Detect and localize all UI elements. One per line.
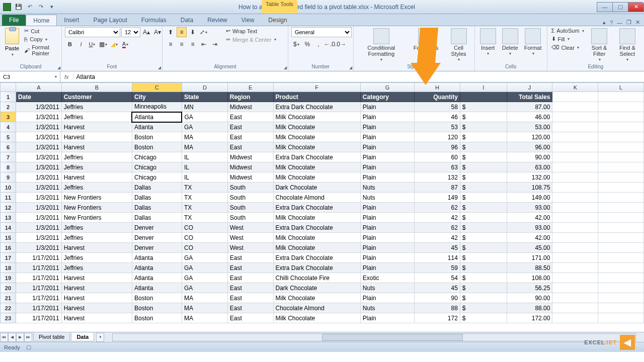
- data-cell[interactable]: 1/3/2011: [16, 152, 61, 162]
- col-header-J[interactable]: J: [507, 83, 552, 92]
- empty-cell[interactable]: [552, 122, 598, 132]
- data-cell[interactable]: Plain: [360, 253, 414, 263]
- empty-cell[interactable]: [598, 213, 644, 223]
- data-cell[interactable]: East: [227, 122, 273, 132]
- data-cell[interactable]: 172.00: [507, 313, 552, 323]
- data-cell[interactable]: Atlanta: [132, 263, 182, 273]
- data-cell[interactable]: Nuts: [360, 303, 414, 313]
- data-cell[interactable]: Dark Chocolate: [273, 183, 360, 193]
- data-cell[interactable]: 1/3/2011: [16, 142, 61, 152]
- col-header-B[interactable]: B: [61, 83, 132, 92]
- table-header-cell[interactable]: State: [182, 92, 227, 102]
- fx-icon[interactable]: fx: [60, 74, 73, 80]
- data-cell[interactable]: GA: [182, 253, 227, 263]
- col-header-F[interactable]: F: [273, 83, 360, 92]
- data-cell[interactable]: Atlanta: [132, 112, 182, 122]
- format-as-table-button[interactable]: Format as Table▾: [408, 27, 444, 63]
- data-cell[interactable]: IL: [182, 152, 227, 162]
- data-cell[interactable]: Chocolate Almond: [273, 193, 360, 203]
- empty-cell[interactable]: [552, 243, 598, 253]
- data-cell[interactable]: Exotic: [360, 273, 414, 283]
- data-cell[interactable]: Plain: [360, 223, 414, 233]
- data-cell[interactable]: Harvest: [61, 283, 132, 293]
- table-header-cell[interactable]: City: [132, 92, 182, 102]
- border-button[interactable]: ▦▾: [98, 39, 108, 49]
- data-cell[interactable]: 1/3/2011: [16, 162, 61, 172]
- merge-center-button[interactable]: ⬌Merge & Center▾: [225, 36, 277, 43]
- new-sheet-icon[interactable]: ✦: [96, 333, 104, 342]
- data-cell[interactable]: $: [460, 243, 507, 253]
- data-cell[interactable]: Harvest: [61, 293, 132, 303]
- data-cell[interactable]: Jeffries: [61, 223, 132, 233]
- data-cell[interactable]: TX: [182, 213, 227, 223]
- scrollbar-thumb[interactable]: [322, 334, 463, 341]
- row-header-11[interactable]: 11: [1, 193, 16, 203]
- data-cell[interactable]: Extra Dark Chocolate: [273, 102, 360, 112]
- data-cell[interactable]: 88: [415, 303, 460, 313]
- data-cell[interactable]: 171.00: [507, 253, 552, 263]
- data-cell[interactable]: Boston: [132, 313, 182, 323]
- data-cell[interactable]: Boston: [132, 142, 182, 152]
- row-header-21[interactable]: 21: [1, 293, 16, 303]
- data-cell[interactable]: East: [227, 313, 273, 323]
- data-cell[interactable]: TX: [182, 203, 227, 213]
- data-cell[interactable]: Boston: [132, 132, 182, 142]
- data-cell[interactable]: Jeffries: [61, 183, 132, 193]
- row-header-22[interactable]: 22: [1, 303, 16, 313]
- empty-cell[interactable]: [598, 162, 644, 172]
- first-sheet-icon[interactable]: ⏮: [0, 333, 8, 342]
- align-center-icon[interactable]: ≡: [177, 39, 187, 49]
- data-cell[interactable]: 58: [415, 102, 460, 112]
- file-tab[interactable]: File: [2, 15, 26, 26]
- data-cell[interactable]: Milk Chocolate: [273, 213, 360, 223]
- data-cell[interactable]: 120: [415, 132, 460, 142]
- data-cell[interactable]: 1/3/2011: [16, 132, 61, 142]
- review-tab[interactable]: Review: [200, 15, 234, 26]
- data-cell[interactable]: Milk Chocolate: [273, 233, 360, 243]
- data-cell[interactable]: Harvest: [61, 142, 132, 152]
- data-cell[interactable]: IL: [182, 162, 227, 172]
- cut-button[interactable]: ✂Cut: [23, 27, 58, 35]
- clear-button[interactable]: ⌫Clear▾: [550, 44, 585, 51]
- data-cell[interactable]: MA: [182, 313, 227, 323]
- data-cell[interactable]: CO: [182, 243, 227, 253]
- row-header-1[interactable]: 1: [1, 92, 16, 102]
- data-cell[interactable]: $: [460, 112, 507, 122]
- data-cell[interactable]: East: [227, 263, 273, 273]
- data-cell[interactable]: 93.00: [507, 223, 552, 233]
- data-cell[interactable]: Plain: [360, 233, 414, 243]
- data-cell[interactable]: Minneapolis: [132, 102, 182, 112]
- empty-cell[interactable]: [552, 293, 598, 303]
- data-cell[interactable]: $: [460, 313, 507, 323]
- data-cell[interactable]: Milk Chocolate: [273, 132, 360, 142]
- row-header-23[interactable]: 23: [1, 313, 16, 323]
- data-cell[interactable]: Boston: [132, 303, 182, 313]
- row-header-15[interactable]: 15: [1, 233, 16, 243]
- data-cell[interactable]: 87: [415, 183, 460, 193]
- empty-cell[interactable]: [552, 313, 598, 323]
- data-cell[interactable]: 53.00: [507, 122, 552, 132]
- data-cell[interactable]: New Frontiers: [61, 203, 132, 213]
- data-cell[interactable]: 53: [415, 122, 460, 132]
- data-cell[interactable]: Atlanta: [132, 122, 182, 132]
- data-cell[interactable]: MN: [182, 102, 227, 112]
- data-cell[interactable]: 42.00: [507, 233, 552, 243]
- data-cell[interactable]: $: [460, 293, 507, 303]
- data-cell[interactable]: MA: [182, 132, 227, 142]
- data-cell[interactable]: CO: [182, 233, 227, 243]
- data-cell[interactable]: New Frontiers: [61, 193, 132, 203]
- empty-cell[interactable]: [598, 223, 644, 233]
- data-cell[interactable]: $: [460, 122, 507, 132]
- decrease-indent-icon[interactable]: ⇤: [199, 39, 209, 49]
- minimize-ribbon-icon[interactable]: ▴: [603, 19, 606, 26]
- empty-cell[interactable]: [598, 263, 644, 273]
- data-cell[interactable]: $: [460, 233, 507, 243]
- row-header-17[interactable]: 17: [1, 253, 16, 263]
- col-header-E[interactable]: E: [227, 83, 273, 92]
- data-cell[interactable]: West: [227, 223, 273, 233]
- data-cell[interactable]: 90.00: [507, 293, 552, 303]
- data-cell[interactable]: Milk Chocolate: [273, 162, 360, 172]
- orientation-icon[interactable]: ⤢▾: [199, 27, 209, 37]
- empty-cell[interactable]: [552, 92, 598, 102]
- data-cell[interactable]: South: [227, 213, 273, 223]
